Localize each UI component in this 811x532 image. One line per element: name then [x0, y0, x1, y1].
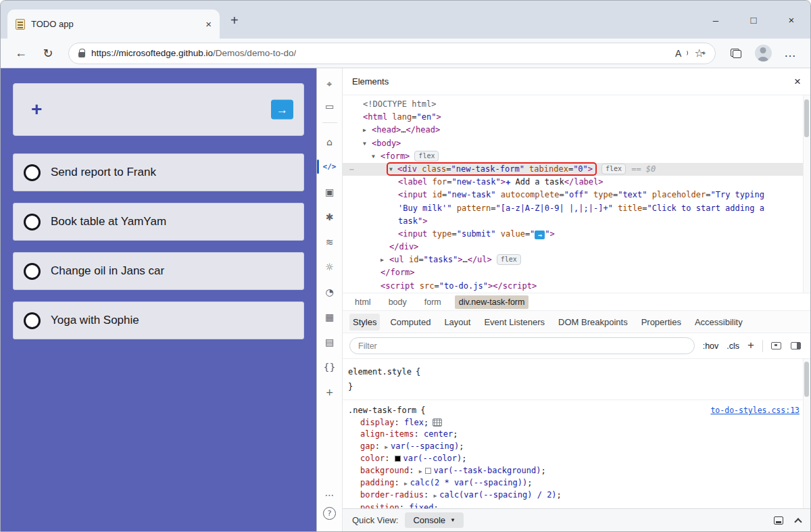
color-swatch[interactable] [425, 468, 431, 474]
flex-badge[interactable]: flex [414, 151, 439, 162]
grid-editor-icon[interactable] [433, 418, 442, 427]
profile-avatar[interactable] [751, 42, 775, 65]
tab-dom-breakpoints[interactable]: DOM Breakpoints [555, 314, 631, 331]
settings-more-icon[interactable]: … [778, 42, 802, 65]
home-icon[interactable]: ⌂ [320, 132, 340, 151]
css-property[interactable]: color: var(--color); [343, 453, 810, 464]
expand-quick-view-icon[interactable] [794, 518, 802, 525]
color-swatch[interactable] [395, 456, 401, 462]
css-property[interactable]: position: fixed; [343, 502, 810, 508]
help-icon[interactable]: ? [323, 507, 336, 520]
console-icon[interactable]: ▣ [320, 183, 340, 201]
dom-tree-node[interactable]: <input id="new-task" autocomplete="off" … [343, 189, 810, 201]
tab-layout[interactable]: Layout [441, 314, 474, 331]
lock-icon[interactable] [78, 47, 85, 59]
dom-tree-node[interactable]: <html lang="en"> [343, 111, 810, 124]
inspect-icon[interactable]: ⌖ [320, 75, 340, 93]
collections-icon[interactable] [724, 42, 748, 65]
css-property[interactable]: border-radius: ▶calc(var(--spacing) / 2)… [343, 489, 810, 502]
dom-tree-node[interactable]: task"> [343, 215, 810, 228]
tab-styles[interactable]: Styles [349, 314, 380, 331]
tab-close-icon[interactable]: × [205, 18, 212, 30]
flex-badge[interactable]: flex [601, 164, 626, 174]
collapse-icon[interactable]: ▼ [372, 150, 380, 163]
dom-tree-node[interactable]: <!DOCTYPE html> [343, 98, 810, 111]
node-more-actions-icon[interactable]: ⋯ [349, 163, 355, 176]
more-tools-icon[interactable]: ⋯ [320, 485, 340, 504]
elements-icon[interactable]: </> [320, 158, 340, 176]
new-style-rule-button[interactable]: + [747, 339, 754, 352]
breadcrumb-item[interactable]: form [420, 295, 445, 309]
devtools-close-icon[interactable]: × [794, 75, 801, 89]
css-source-link[interactable]: to-do-styles.css:13 [710, 404, 800, 417]
expand-icon[interactable]: ▶ [419, 468, 422, 475]
styles-filter-input[interactable] [349, 337, 695, 354]
application-icon[interactable]: ▤ [320, 333, 340, 351]
task-item[interactable]: Change oil in Jans car [13, 252, 304, 290]
task-item[interactable]: Send report to Frank [13, 153, 304, 191]
device-toolbar-icon[interactable]: ▭ [320, 97, 340, 115]
css-property[interactable]: padding: ▶calc(2 * var(--spacing)); [343, 477, 810, 489]
css-property[interactable]: align-items: center; [343, 429, 810, 440]
computed-sidebar-toggle-icon[interactable] [791, 342, 801, 349]
collapse-icon[interactable]: ▼ [363, 137, 372, 150]
dom-tree-node[interactable]: ▶<ul id="tasks">…</ul>flex [343, 253, 810, 266]
task-checkbox[interactable] [24, 263, 41, 280]
css-property[interactable]: background: ▶var(--task-background); [343, 465, 810, 477]
breadcrumb-item[interactable]: div.new-task-form [455, 295, 529, 309]
css-rule-selector[interactable]: .new-task-form [348, 404, 416, 417]
css-property[interactable]: display: flex; [343, 417, 810, 429]
issues-icon[interactable]: ✱ [320, 208, 340, 226]
task-checkbox[interactable] [24, 312, 41, 329]
tab-accessibility[interactable]: Accessibility [691, 314, 746, 331]
dom-tree-node[interactable]: ▼<form>flex [343, 150, 810, 163]
element-classes-button[interactable]: .cls [727, 341, 739, 351]
expand-icon[interactable]: ▶ [404, 481, 408, 487]
breadcrumb-item[interactable]: html [351, 295, 375, 309]
toggle-element-state-button[interactable]: :hov [703, 341, 719, 351]
css-property[interactable]: gap: ▶var(--spacing); [343, 441, 810, 453]
refresh-button[interactable]: ↻ [36, 42, 60, 65]
browser-tab[interactable]: TODO app × [7, 9, 220, 39]
task-item[interactable]: Book table at YamYam [13, 203, 304, 241]
expand-icon[interactable]: ▶ [433, 493, 437, 499]
add-favorite-icon[interactable]: ☆+ [694, 47, 706, 59]
dom-tree-node[interactable]: <label for="new-task">✚ Add a task</labe… [343, 176, 810, 189]
tab-properties[interactable]: Properties [638, 314, 685, 331]
breadcrumb-item[interactable]: body [385, 295, 411, 309]
new-task-input[interactable] [54, 97, 263, 123]
dom-tree-node[interactable]: ▶<head>…</head> [343, 124, 810, 137]
address-bar[interactable]: https://microsoftedge.github.io/Demos/de… [68, 43, 716, 64]
performance-icon[interactable]: ◔ [320, 283, 340, 301]
window-minimize-button[interactable]: – [697, 14, 735, 26]
window-close-button[interactable]: × [772, 14, 810, 26]
styles-scrollbar[interactable] [803, 359, 810, 508]
element-style-rule[interactable]: element.style{ [343, 364, 810, 379]
memory-icon[interactable]: ▦ [320, 308, 340, 326]
dom-tree-node[interactable]: ▼<body> [343, 137, 810, 150]
submit-task-button[interactable]: → [271, 100, 293, 120]
dom-tree-node[interactable]: 'Buy milk'" pattern="[a-z|A-Z|0-9| |,|;|… [343, 202, 810, 215]
rendering-emulation-icon[interactable] [771, 342, 781, 349]
back-button[interactable]: ← [9, 42, 33, 65]
dom-tree-node[interactable]: <script src="to-do.js"></script> [343, 280, 810, 293]
performance-insights-icon[interactable]: ☼ [320, 258, 340, 276]
task-checkbox[interactable] [24, 164, 41, 181]
task-item[interactable]: Yoga with Sophie [13, 301, 304, 339]
flex-badge[interactable]: flex [497, 254, 521, 265]
expand-icon[interactable]: ▶ [385, 444, 388, 450]
sources-icon[interactable]: {} [320, 358, 340, 376]
expand-icon[interactable]: ▶ [363, 124, 372, 137]
new-tab-button[interactable]: + [230, 13, 239, 28]
new-task-form[interactable]: + → [13, 83, 304, 136]
dom-tree-node[interactable]: </form> [343, 266, 810, 279]
task-checkbox[interactable] [24, 214, 41, 231]
collapse-icon[interactable]: ▼ [389, 163, 397, 176]
window-maximize-button[interactable]: □ [735, 14, 772, 26]
dom-tree-scrollbar[interactable] [803, 95, 810, 293]
dom-tree-node[interactable]: <input type="submit" value="→"> [343, 228, 810, 241]
open-console-panel-icon[interactable] [774, 516, 783, 525]
read-aloud-icon[interactable]: A [675, 48, 688, 59]
quick-view-selector[interactable]: Console ▼ [405, 512, 464, 528]
expand-icon[interactable]: ▶ [380, 253, 389, 266]
